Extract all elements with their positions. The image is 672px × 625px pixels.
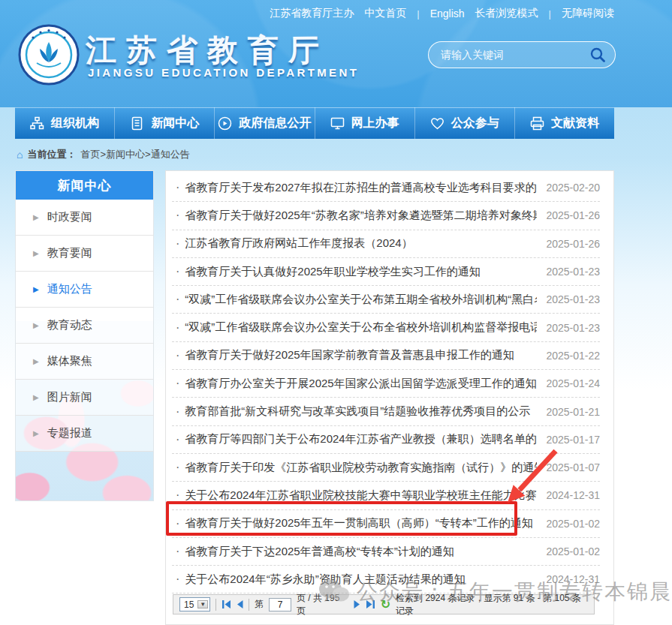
- topbar-link-elder-mode[interactable]: 长者浏览模式: [475, 7, 538, 20]
- news-title[interactable]: 省教育厅关于认真做好2025年职业学校学生实习工作的通知: [185, 265, 537, 279]
- news-row[interactable]: · “双减”工作省级联席会议办公室关于公布全省校外培训机构监督举报电话的公...…: [172, 314, 600, 341]
- news-date: 2025-01-23: [546, 322, 600, 334]
- news-title[interactable]: 省教育厅关于做好2025年国家学前教育普及普惠县申报工作的通知: [185, 348, 537, 362]
- nav-item-news-center[interactable]: 新闻中心: [115, 107, 215, 139]
- news-row[interactable]: · 省教育厅关于做好2025年国家学前教育普及普惠县申报工作的通知 2025-0…: [172, 342, 600, 370]
- search-input[interactable]: [441, 49, 589, 61]
- topbar-link-chinese-home[interactable]: 中文首页: [364, 7, 406, 20]
- news-title[interactable]: 关于公布2024年“苏乡永助”资助育人主题活动结果的通知: [185, 572, 537, 587]
- news-title[interactable]: 省教育厅办公室关于开展2025年国家公派出国留学选派受理工作的通知: [185, 377, 537, 391]
- topbar-link-accessibility[interactable]: 无障碍阅读: [562, 7, 614, 20]
- bullet-icon: ·: [176, 433, 179, 446]
- bullet-icon: ·: [176, 265, 179, 278]
- breadcrumb: ⌂ 当前位置： 首页>新闻中心>通知公告: [17, 148, 190, 161]
- news-title[interactable]: 江苏省教育厅政府网站工作年度报表（2024）: [185, 236, 537, 251]
- news-list-panel: · 省教育厅关于发布2027年拟在江苏招生的普通高校专业选考科目要求的公告 20…: [165, 170, 614, 625]
- nav-item-public-participation[interactable]: 公众参与: [415, 107, 515, 139]
- next-page-button[interactable]: [354, 600, 360, 608]
- main-nav: 组织机构 新闻中心 政府信息公开 网上办事 公众参与: [15, 107, 614, 139]
- news-row[interactable]: · 省教育厅等四部门关于公布2024年江苏省产业教授（兼职）选聘名单的通知 20…: [172, 426, 600, 454]
- topbar-links: 江苏省教育厅主办 中文首页 | English 长者浏览模式 | 无障碍阅读: [270, 7, 614, 20]
- breadcrumb-prefix: 当前位置：: [27, 148, 76, 161]
- bullet-icon: ·: [176, 377, 179, 390]
- bullet-icon: ·: [176, 209, 179, 222]
- triangle-icon: ▶: [33, 429, 39, 437]
- news-row[interactable]: · 省教育厅关于认真做好2025年职业学校学生实习工作的通知 2025-01-2…: [172, 258, 600, 286]
- news-row[interactable]: · 省教育厅办公室关于开展2025年国家公派出国留学选派受理工作的通知 2025…: [172, 370, 600, 398]
- news-date: 2025-01-22: [546, 350, 600, 362]
- news-title[interactable]: 省教育厅关于发布2027年拟在江苏招生的普通高校专业选考科目要求的公告: [185, 181, 537, 195]
- sidebar-item-notices[interactable]: ▶ 通知公告: [16, 272, 153, 308]
- news-title[interactable]: “双减”工作省级联席会议办公室关于公布第五期全省校外培训机构“黑白名单...: [185, 293, 537, 307]
- bullet-icon: ·: [176, 488, 179, 502]
- search-icon[interactable]: [589, 47, 606, 63]
- breadcrumb-path[interactable]: 首页>新闻中心>通知公告: [80, 148, 189, 161]
- news-date: 2025-01-07: [546, 461, 600, 473]
- nav-label: 网上办事: [351, 116, 399, 131]
- page-number-input[interactable]: [269, 598, 291, 611]
- sidebar-item-education-news[interactable]: ▶ 教育要闻: [16, 236, 153, 272]
- news-row[interactable]: · 省教育厅关于印发《江苏省职业院校劳动教育实施指南（试行）》的通知 2025-…: [172, 454, 600, 482]
- news-row[interactable]: · 关于公布2024年“苏乡永助”资助育人主题活动结果的通知 2024-12-3…: [172, 566, 600, 593]
- news-row[interactable]: · 省教育厅关于下达2025年普通高校“专转本”计划的通知 2025-01-02: [172, 538, 600, 566]
- bullet-icon: ·: [176, 237, 179, 251]
- news-title[interactable]: 省教育厅关于印发《江苏省职业院校劳动教育实施指南（试行）》的通知: [185, 461, 537, 475]
- nav-label: 新闻中心: [151, 116, 199, 131]
- news-row[interactable]: · 省教育厅关于发布2027年拟在江苏招生的普通高校专业选考科目要求的公告 20…: [172, 174, 600, 202]
- prev-page-button[interactable]: [237, 600, 243, 608]
- triangle-icon: ▶: [33, 357, 39, 365]
- nav-item-online-service[interactable]: 网上办事: [315, 107, 415, 139]
- divider: [215, 599, 216, 611]
- news-title[interactable]: 教育部首批“新文科研究与改革实践项目”结题验收推荐优秀项目的公示: [185, 404, 537, 419]
- first-page-button[interactable]: [221, 600, 231, 608]
- sidebar-item-education-trends[interactable]: ▶ 教育动态: [16, 308, 153, 344]
- news-title[interactable]: 省教育厅等四部门关于公布2024年江苏省产业教授（兼职）选聘名单的通知: [185, 432, 537, 446]
- department-logo-icon: [18, 24, 80, 86]
- sidebar-item-label: 教育动态: [47, 318, 92, 332]
- nav-label: 政府信息公开: [239, 116, 311, 131]
- news-row[interactable]: · 省教育厅关于做好2025年“苏教名家”培养对象遴选暨第二期培养对象终期...…: [172, 202, 600, 230]
- sidebar-item-photo-news[interactable]: ▶ 图片新闻: [16, 380, 153, 416]
- last-page-button[interactable]: [366, 600, 375, 608]
- bullet-icon: ·: [176, 349, 179, 362]
- news-date: 2024-12-31: [546, 489, 600, 501]
- sidebar-item-media-focus[interactable]: ▶ 媒体聚焦: [16, 344, 153, 380]
- triangle-icon: ▶: [33, 249, 39, 257]
- site-subtitle: JIANGSU EDUCATION DEPARTMENT: [88, 66, 359, 79]
- bullet-icon: ·: [176, 321, 179, 335]
- news-row-highlighted[interactable]: · 省教育厅关于做好2025年五年一贯制高职（高师）“专转本”工作的通知 202…: [172, 510, 600, 538]
- news-date: 2025-02-20: [546, 182, 600, 194]
- news-title[interactable]: 省教育厅关于做好2025年五年一贯制高职（高师）“专转本”工作的通知: [185, 516, 537, 530]
- home-icon: ⌂: [17, 149, 23, 161]
- sidebar-item-label: 时政要闻: [47, 210, 92, 224]
- nav-item-organization[interactable]: 组织机构: [15, 107, 115, 139]
- news-title[interactable]: 关于公布2024年江苏省职业院校技能大赛中等职业学校班主任能力比赛获奖...: [185, 488, 537, 503]
- bullet-icon: ·: [176, 517, 179, 530]
- news-row[interactable]: · “双减”工作省级联席会议办公室关于公布第五期全省校外培训机构“黑白名单...…: [172, 286, 600, 314]
- page-label-suffix: 页 / 共 195 页: [297, 592, 348, 617]
- sidebar-item-label: 专题报道: [47, 426, 92, 440]
- news-row[interactable]: · 江苏省教育厅政府网站工作年度报表（2024） 2025-01-26: [172, 230, 600, 258]
- topbar-link-english[interactable]: English: [430, 8, 465, 20]
- org-chart-icon: [30, 116, 44, 131]
- nav-item-documents[interactable]: 文献资料: [515, 107, 614, 139]
- news-title[interactable]: 省教育厅关于做好2025年“苏教名家”培养对象遴选暨第二期培养对象终期...: [185, 209, 537, 223]
- sidebar-item-current-politics[interactable]: ▶ 时政要闻: [16, 200, 153, 236]
- page-label-prefix: 第: [255, 598, 264, 611]
- news-row[interactable]: · 教育部首批“新文科研究与改革实践项目”结题验收推荐优秀项目的公示 2025-…: [172, 398, 600, 425]
- page-size-select[interactable]: 15 ▼: [179, 597, 210, 611]
- archive-icon: [530, 116, 544, 131]
- nav-item-gov-info[interactable]: 政府信息公开: [215, 107, 315, 139]
- nav-label: 公众参与: [451, 116, 499, 131]
- news-title[interactable]: “双减”工作省级联席会议办公室关于公布全省校外培训机构监督举报电话的公...: [185, 320, 537, 335]
- header-banner: 江苏省教育厅主办 中文首页 | English 长者浏览模式 | 无障碍阅读 江…: [0, 0, 672, 107]
- news-title[interactable]: 省教育厅关于下达2025年普通高校“专转本”计划的通知: [185, 545, 537, 559]
- pagination-summary: 检索到 2924 条记录，显示第 91 条 - 第 105 条记录: [396, 592, 588, 617]
- sidebar-title: 新闻中心: [16, 171, 153, 200]
- sidebar-item-label: 媒体聚焦: [47, 354, 92, 368]
- heart-icon: [430, 116, 444, 131]
- news-row[interactable]: · 关于公布2024年江苏省职业院校技能大赛中等职业学校班主任能力比赛获奖...…: [172, 482, 600, 509]
- sidebar-item-special-reports[interactable]: ▶ 专题报道: [16, 416, 153, 452]
- refresh-icon[interactable]: ↻: [381, 599, 390, 611]
- topbar-link-host[interactable]: 江苏省教育厅主办: [270, 7, 354, 20]
